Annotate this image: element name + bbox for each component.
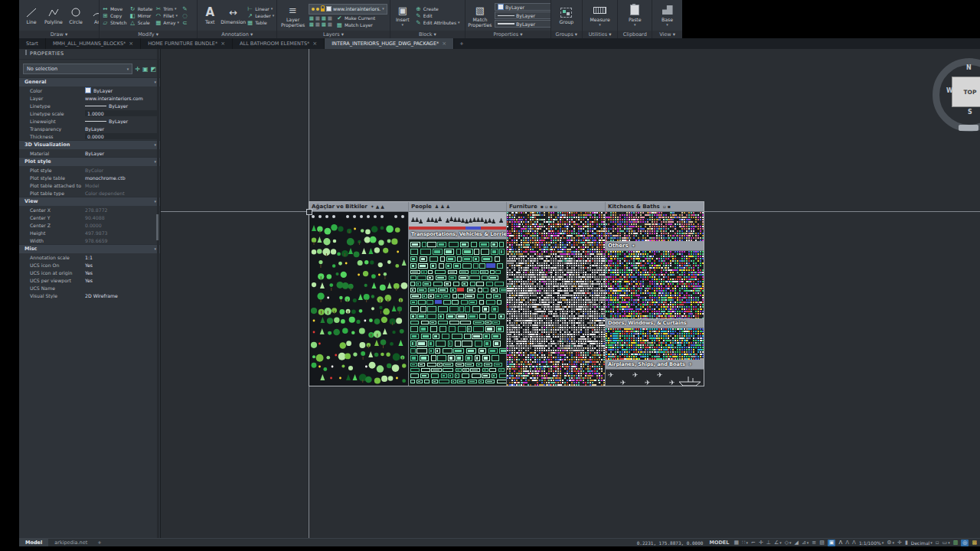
select-objects-icon[interactable]: ▣ <box>142 66 149 73</box>
palette-scrollbar[interactable] <box>157 49 159 538</box>
linetype-dropdown[interactable]: ByLayer▾ <box>495 11 550 19</box>
clipboard-panel-label[interactable]: Clipboard <box>618 31 652 38</box>
circle-button[interactable]: Circle <box>66 6 86 24</box>
copy-button[interactable]: ⊞Copy <box>102 13 127 18</box>
layers-panel-label[interactable]: Layers ▾ <box>277 31 390 38</box>
property-row[interactable]: Plot table attached toModel <box>19 181 160 189</box>
property-row[interactable]: Plot style tablemonochrome.ctb <box>19 174 160 181</box>
erase-button[interactable]: ✎ <box>181 6 188 11</box>
property-value[interactable]: 497.9873 <box>85 230 160 236</box>
group-button[interactable]: Group <box>557 6 577 24</box>
annotation-monitor-icon[interactable]: ✛ <box>897 540 902 546</box>
layer-properties-button[interactable]: ≡ Layer Properties <box>279 4 306 28</box>
array-button[interactable]: ▦Array▾ <box>155 20 179 25</box>
stretch-button[interactable]: ▱Stretch <box>102 20 127 25</box>
model-space-canvas[interactable]: Ağaçlar ve Bitkiler✦ ▲ ▲ People♟ ♟ ♟ Tra… <box>161 49 980 538</box>
file-tab[interactable]: Start <box>19 38 46 49</box>
layer-dropdown[interactable]: www.interainteriors. ▾ <box>309 4 387 15</box>
table-button[interactable]: ▦Table <box>247 20 274 25</box>
property-row[interactable]: LineweightByLayer <box>19 117 160 125</box>
explode-button[interactable]: ◌ <box>181 13 188 18</box>
annotation-scale-label[interactable]: 1:1/100%▾ <box>859 540 884 546</box>
property-value[interactable]: 1.0000 <box>85 110 158 116</box>
property-value[interactable]: www.interainteriors.com <box>85 96 160 101</box>
lock-ui-icon[interactable]: ▭▾ <box>942 540 950 546</box>
section-header[interactable]: 3D Visualization▾ <box>19 140 160 149</box>
insert-button[interactable]: ▣ Insert▾ <box>393 4 413 28</box>
polyline-button[interactable]: Polyline <box>44 6 64 24</box>
ortho-icon[interactable]: ⊥ <box>766 540 771 546</box>
viewcube-west-label[interactable]: W <box>946 87 953 94</box>
property-row[interactable]: Center X278.8772 <box>19 206 160 214</box>
property-value[interactable]: monochrome.ctb <box>85 175 160 181</box>
property-value[interactable]: ByColor <box>85 168 160 173</box>
measure-button[interactable]: Measure▾ <box>590 4 609 28</box>
property-value[interactable]: ByLayer <box>85 151 160 156</box>
property-row[interactable]: ColorByLayer <box>19 86 160 94</box>
layer-tools-grid[interactable]: ▦▦▦▦ ▦▦▦▦ <box>309 15 333 28</box>
property-row[interactable]: Plot styleByColor <box>19 166 160 174</box>
property-value[interactable]: Yes <box>85 278 160 283</box>
file-tab[interactable]: HOME FURNITURE BUNDLE*× <box>141 38 233 49</box>
property-row[interactable]: Visual Style2D Wireframe <box>19 292 160 299</box>
property-value[interactable]: ByLayer <box>85 119 160 124</box>
edit-attributes-button[interactable]: ✎Edit Attributes▾ <box>415 20 460 25</box>
move-button[interactable]: ↔Move <box>102 6 127 11</box>
annotation-panel-label[interactable]: Annotation ▾ <box>198 31 276 38</box>
object-snap-icon[interactable]: ⊿▾ <box>802 540 808 546</box>
snap-mode-icon[interactable]: ∷▾ <box>742 540 748 546</box>
arc-button[interactable]: Arc <box>88 6 99 24</box>
draw-panel-label[interactable]: Draw ▾ <box>19 31 99 38</box>
lineweight-dropdown[interactable]: ByLayer▾ <box>495 20 550 28</box>
line-button[interactable]: Line <box>21 6 41 24</box>
property-value[interactable]: 278.8772 <box>85 207 160 213</box>
property-value[interactable]: Color dependent <box>85 191 160 196</box>
fillet-button[interactable]: ◠Fillet▾ <box>155 13 179 18</box>
new-layout-button[interactable]: + <box>93 540 105 546</box>
model-space-badge[interactable]: MODEL <box>709 540 729 546</box>
properties-panel-label[interactable]: Properties ▾ <box>466 31 550 38</box>
palette-scrollbar-thumb[interactable] <box>156 214 158 240</box>
match-properties-button[interactable]: ▧ Match Properties <box>468 4 492 28</box>
leader-button[interactable]: ↗Leader▾ <box>247 13 274 18</box>
property-value[interactable]: ByLayer <box>85 103 160 109</box>
block-library-drawing[interactable]: Ağaçlar ve Bitkiler✦ ▲ ▲ People♟ ♟ ♟ Tra… <box>309 201 704 386</box>
annotation-visibility-icon[interactable]: Λ <box>838 540 842 546</box>
clean-screen-icon[interactable]: ▩ <box>972 540 977 546</box>
modify-panel-label[interactable]: Modify ▾ <box>100 31 197 38</box>
match-layer-button[interactable]: ▦Match Layer <box>336 22 375 28</box>
viewcube-top-face[interactable]: TOP <box>952 77 980 107</box>
file-tab[interactable]: MMH_ALL_HUMANS_BLOCKS*× <box>46 38 141 49</box>
property-value[interactable]: ByLayer <box>85 126 160 132</box>
close-tab-icon[interactable]: × <box>442 41 446 47</box>
annotation-people-icon[interactable]: Λ <box>852 540 856 546</box>
scale-button[interactable]: △Scale <box>129 20 153 25</box>
rotate-button[interactable]: ↻Rotate <box>129 6 153 11</box>
edit-block-button[interactable]: ✎Edit <box>415 13 460 18</box>
workspace-switching-icon[interactable]: ⚙▾ <box>887 540 894 546</box>
viewcube-south-label[interactable]: S <box>968 109 972 116</box>
property-value[interactable]: 2D Wireframe <box>85 293 160 298</box>
file-tab[interactable]: INTERA_INTERIORS_HUGE_DWG_PACKAGE*× <box>325 38 454 49</box>
property-row[interactable]: TransparencyByLayer <box>19 125 160 132</box>
property-value[interactable]: ByLayer <box>85 87 160 93</box>
property-value[interactable]: 0.0000 <box>85 133 158 139</box>
utilities-panel-label[interactable]: Utilities ▾ <box>583 31 618 38</box>
dimension-button[interactable]: ↔ Dimension <box>222 6 244 24</box>
property-value[interactable]: 0.0000 <box>85 223 160 228</box>
property-row[interactable]: Center Z0.0000 <box>19 221 160 229</box>
property-row[interactable]: Width978.6659 <box>19 236 160 244</box>
property-row[interactable]: Layerwww.interainteriors.com <box>19 94 160 102</box>
block-panel-label[interactable]: Block ▾ <box>390 31 465 38</box>
property-row[interactable]: Center Y90.4088 <box>19 214 160 221</box>
quick-select-icon[interactable]: ◩ <box>150 66 156 73</box>
layout-tab[interactable]: arkipedia.net <box>48 540 93 546</box>
property-row[interactable]: LinetypeByLayer <box>19 102 160 109</box>
isolate-objects-icon[interactable]: ▥ <box>953 540 959 546</box>
property-row[interactable]: Plot table typeColor dependent <box>19 189 160 197</box>
isodraft-icon[interactable]: ◇▾ <box>785 540 792 546</box>
toggle-pickadd-icon[interactable]: ✛ <box>135 66 140 73</box>
object-color-dropdown[interactable]: ByLayer▾ <box>495 3 550 11</box>
polar-tracking-icon[interactable]: ∠▾ <box>774 540 782 546</box>
selection-cycling-icon[interactable]: ▣ <box>828 540 836 546</box>
